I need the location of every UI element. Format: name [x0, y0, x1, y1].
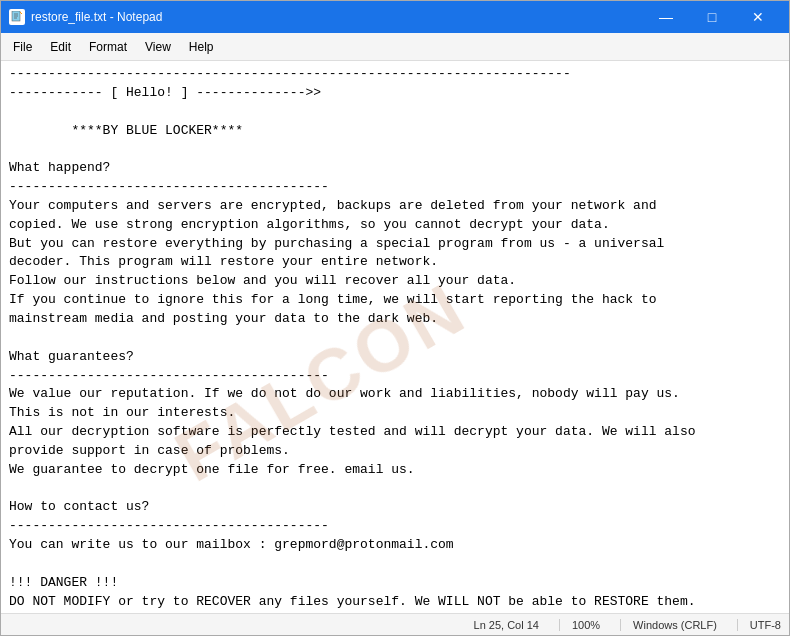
maximize-button[interactable]: □ — [689, 1, 735, 33]
title-bar-left: restore_file.txt - Notepad — [9, 9, 162, 25]
cursor-position: Ln 25, Col 14 — [474, 619, 539, 631]
minimize-button[interactable]: — — [643, 1, 689, 33]
text-content[interactable]: ----------------------------------------… — [1, 61, 789, 613]
title-bar: restore_file.txt - Notepad — □ ✕ — [1, 1, 789, 33]
menu-file[interactable]: File — [5, 38, 40, 56]
notepad-window: restore_file.txt - Notepad — □ ✕ File Ed… — [0, 0, 790, 636]
encoding: UTF-8 — [737, 619, 781, 631]
menu-view[interactable]: View — [137, 38, 179, 56]
menu-bar: File Edit Format View Help — [1, 33, 789, 61]
line-ending: Windows (CRLF) — [620, 619, 717, 631]
menu-help[interactable]: Help — [181, 38, 222, 56]
window-title: restore_file.txt - Notepad — [31, 10, 162, 24]
window-controls: — □ ✕ — [643, 1, 781, 33]
menu-edit[interactable]: Edit — [42, 38, 79, 56]
notepad-icon — [9, 9, 25, 25]
close-button[interactable]: ✕ — [735, 1, 781, 33]
zoom-level: 100% — [559, 619, 600, 631]
content-area: FALCON ---------------------------------… — [1, 61, 789, 613]
status-bar: Ln 25, Col 14 100% Windows (CRLF) UTF-8 — [1, 613, 789, 635]
svg-line-4 — [20, 12, 22, 14]
menu-format[interactable]: Format — [81, 38, 135, 56]
